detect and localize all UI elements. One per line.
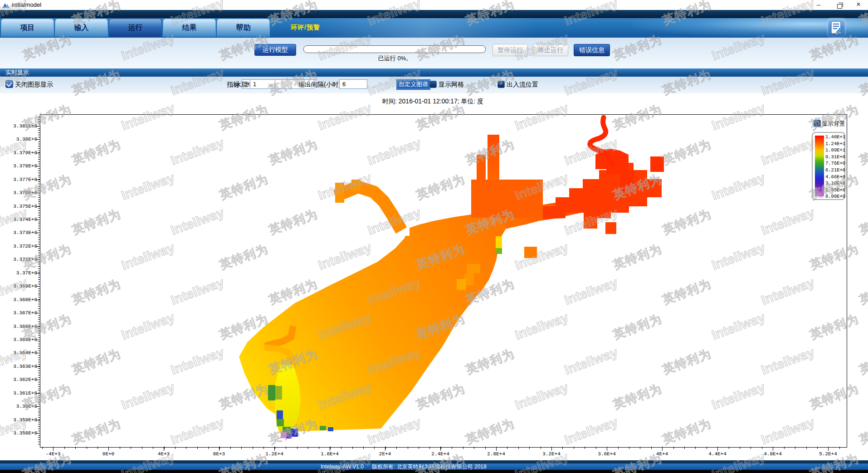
y-axis-minor-tick: [38, 284, 40, 284]
y-axis-minor-tick: [38, 442, 40, 442]
x-axis-minor-tick: [253, 447, 253, 449]
x-axis-tick: [219, 447, 219, 451]
y-axis-label: 3.374E+6: [3, 217, 37, 222]
y-axis-minor-tick: [38, 201, 40, 202]
y-axis-minor-tick: [38, 248, 40, 249]
minimize-icon[interactable]: –: [811, 0, 826, 10]
y-axis-label: 3.38E+6: [3, 137, 37, 142]
close-icon[interactable]: ×: [851, 0, 866, 10]
tab-run[interactable]: 运行: [109, 19, 162, 37]
y-axis-minor-tick: [38, 429, 40, 429]
layer-dropdown[interactable]: 1: [250, 79, 275, 89]
y-axis-label: 3.362E+6: [3, 377, 37, 382]
y-axis-minor-tick: [38, 319, 40, 320]
y-axis-minor-tick: [38, 171, 40, 171]
y-axis-minor-tick: [38, 409, 40, 409]
x-axis-minor-tick: [585, 447, 585, 449]
tab-result[interactable]: 结果: [163, 19, 216, 37]
x-axis-minor-tick: [263, 447, 264, 449]
colorbar-value-label: 1.09E+1: [825, 147, 844, 153]
y-axis-minor-tick: [38, 304, 40, 304]
x-axis-minor-tick: [241, 447, 242, 449]
interval-input[interactable]: 6: [339, 79, 367, 89]
y-axis-minor-tick: [38, 311, 40, 311]
x-axis-minor-tick: [408, 447, 408, 449]
x-axis-label: 2E+4: [365, 451, 405, 457]
y-axis-minor-tick: [38, 382, 40, 382]
copyright-text: 版权所有: 北京英特利为环境科技有限公司 2018: [372, 463, 487, 470]
show-grid-checkbox[interactable]: [429, 81, 437, 88]
x-axis-minor-tick: [817, 447, 818, 449]
close-graphics-checkbox[interactable]: [5, 80, 13, 88]
y-axis-minor-tick: [38, 146, 40, 146]
x-axis-minor-tick: [740, 447, 740, 449]
x-axis-minor-tick: [352, 447, 353, 449]
x-axis-minor-tick: [98, 447, 98, 449]
x-axis-label: 1.6E+4: [309, 451, 350, 457]
y-axis-minor-tick: [38, 295, 40, 295]
tab-project[interactable]: 项目: [1, 19, 54, 37]
custom-colormap-button[interactable]: 自定义图谱: [396, 79, 430, 90]
run-toolbar: 运行模型 暂停运行 终止运行 错误信息 已运行 0%。: [0, 38, 868, 68]
y-axis-minor-tick: [38, 144, 40, 144]
y-axis-label: 3.36E+6: [3, 404, 37, 409]
y-axis-minor-tick: [38, 431, 40, 431]
y-axis-minor-tick: [38, 424, 40, 424]
inout-flow-checkbox[interactable]: [497, 81, 505, 88]
x-axis-label: -4E+3: [33, 451, 73, 457]
x-axis-minor-tick: [518, 447, 519, 449]
x-axis-tick: [108, 447, 109, 451]
restore-icon[interactable]: [832, 0, 847, 10]
y-axis-minor-tick: [38, 324, 40, 324]
y-axis-minor-tick: [38, 368, 40, 369]
y-axis-minor-tick: [38, 148, 40, 149]
y-axis-minor-tick: [38, 228, 40, 229]
x-axis-minor-tick: [707, 447, 707, 449]
y-axis-minor-tick: [38, 181, 40, 182]
x-axis-tick: [773, 447, 773, 451]
x-axis-label: 2.8E+4: [476, 451, 517, 457]
y-axis-minor-tick: [38, 328, 40, 329]
x-axis-minor-tick: [629, 447, 629, 449]
y-axis-label: 3.368E+6: [3, 297, 37, 302]
x-axis-label: 4E+3: [143, 451, 184, 457]
show-background-checkbox[interactable]: [814, 120, 821, 127]
pause-run-button[interactable]: 暂停运行: [493, 44, 528, 56]
error-info-button[interactable]: 错误信息: [574, 44, 610, 56]
y-axis-minor-tick: [38, 437, 40, 438]
y-axis-minor-tick: [38, 226, 40, 226]
colorbar-value-label: 9.31E+0: [825, 154, 844, 160]
y-axis-minor-tick: [38, 141, 40, 142]
y-axis-minor-tick: [38, 204, 40, 204]
document-edit-icon[interactable]: [828, 19, 845, 37]
x-axis-minor-tick: [64, 447, 65, 449]
y-axis-label: 3.358E+6: [3, 430, 37, 436]
y-axis-minor-tick: [38, 293, 40, 293]
y-axis-label: 3.369E+6: [3, 283, 37, 289]
tab-help[interactable]: 帮助: [217, 19, 270, 37]
y-axis-minor-tick: [38, 268, 40, 269]
x-axis-minor-tick: [131, 447, 131, 449]
show-grid-label: 显示网格: [439, 81, 464, 89]
x-axis-minor-tick: [618, 447, 619, 449]
y-axis-minor-tick: [38, 122, 40, 122]
y-axis-minor-tick: [38, 279, 40, 280]
x-axis-label: 5.2E+4: [808, 451, 848, 457]
y-axis-minor-tick: [38, 168, 40, 169]
run-model-button[interactable]: 运行模型: [254, 44, 296, 56]
y-axis-minor-tick: [38, 439, 40, 440]
map-red-cluster: [543, 163, 662, 219]
x-axis-minor-tick: [419, 447, 419, 449]
terminate-run-button[interactable]: 终止运行: [533, 44, 568, 56]
y-axis-minor-tick: [38, 237, 40, 238]
y-axis-minor-tick: [38, 346, 40, 346]
x-axis-minor-tick: [87, 447, 87, 449]
x-axis-label: 1.2E+4: [254, 451, 295, 457]
x-axis-tick: [53, 447, 54, 451]
y-axis-label: 3.363E+6: [3, 364, 37, 369]
y-axis-minor-tick: [38, 302, 40, 302]
x-axis-minor-tick: [429, 447, 430, 449]
x-axis-minor-tick: [529, 447, 530, 449]
tab-input[interactable]: 输入: [55, 19, 108, 37]
y-axis-minor-tick: [38, 297, 40, 297]
